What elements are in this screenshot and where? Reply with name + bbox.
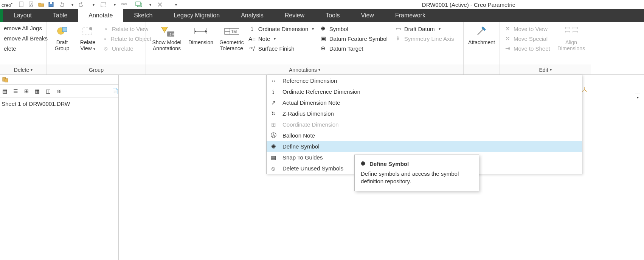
delete-button[interactable]: elete [4, 45, 16, 52]
svg-text:1M: 1M [231, 29, 237, 34]
edit-group-label[interactable]: Edit▾ [500, 65, 591, 74]
svg-rect-0 [19, 2, 23, 7]
new-a-icon[interactable]: A [28, 1, 35, 8]
move-to-sheet-icon: ⇥ [504, 45, 511, 52]
note-button[interactable]: A≡Note▾ [248, 35, 317, 42]
selection-dropdown-icon[interactable]: ▾ [111, 1, 118, 8]
quick-access-toolbar: creo• A ▾ ▾ ▾ ▾ ▾ [0, 1, 180, 8]
z-radius-icon: ↻ [270, 110, 277, 118]
tree-settings-icon[interactable]: 📄 [112, 88, 118, 94]
drawing-vertical-line [375, 193, 375, 260]
attachment-icon [474, 24, 489, 39]
redo-icon[interactable] [78, 1, 86, 8]
content-area: ▤ ☰ ⊞ ▦ ◫ ≋ 📄 Sheet 1 of DRW0001.DRW ↔Re… [0, 75, 644, 260]
drawing-canvas[interactable]: ↔Reference Dimension ⟟Ordinate Reference… [119, 75, 644, 260]
svg-point-12 [89, 27, 92, 30]
relate-view-button[interactable]: Relate View▾ [76, 23, 99, 52]
draft-group-button[interactable]: Draft Group [51, 23, 73, 52]
relate-view-icon [80, 24, 95, 39]
close-window-icon[interactable] [156, 1, 164, 8]
tab-layout[interactable]: Layout [3, 9, 42, 22]
tree-layers-icon[interactable]: ≋ [57, 88, 61, 94]
draft-datum-button[interactable]: ▭Draft Datum▾ [394, 25, 459, 32]
open-icon[interactable] [37, 1, 45, 8]
svg-rect-5 [101, 2, 106, 7]
tab-legacy-migration[interactable]: Legacy Migration [163, 9, 230, 22]
surface-finish-button[interactable]: ³²/Surface Finish [248, 45, 317, 52]
show-model-annotations-button[interactable]: .1M Show Model Annotations [150, 23, 184, 52]
symmetry-line-axis-button[interactable]: ⇞Symmetry Line Axis [394, 35, 459, 42]
windows-dropdown-icon[interactable]: ▾ [146, 1, 154, 8]
move-special-icon: ⤱ [504, 35, 511, 42]
windows-icon[interactable] [135, 1, 143, 8]
save-icon[interactable] [47, 1, 55, 8]
undo-icon[interactable] [57, 1, 65, 8]
tab-sketch[interactable]: Sketch [123, 9, 163, 22]
title-bar: creo• A ▾ ▾ ▾ ▾ ▾ DRW0001 (Active) - Cre… [0, 0, 644, 9]
model-tree-panel: ▤ ☰ ⊞ ▦ ◫ ≋ 📄 Sheet 1 of DRW0001.DRW [0, 75, 119, 260]
new-icon[interactable] [18, 1, 25, 8]
undo-dropdown-icon[interactable]: ▾ [68, 1, 76, 8]
tab-view[interactable]: View [351, 9, 385, 22]
symbol-button[interactable]: ✺Symbol [320, 25, 391, 32]
menu-define-symbol[interactable]: ✺Define Symbol [267, 141, 582, 152]
geometric-tolerance-button[interactable]: 1M Geometric Tolerance [218, 23, 245, 52]
tree-tabs-icon[interactable] [2, 77, 10, 82]
tab-analysis[interactable]: Analysis [230, 9, 274, 22]
ordinate-ref-dimension-icon: ⟟ [270, 88, 277, 96]
svg-rect-18 [5, 79, 8, 82]
move-to-sheet-button[interactable]: ⇥Move to Sheet [504, 45, 553, 52]
window-title: DRW0001 (Active) - Creo Parametric [293, 2, 644, 8]
unrelate-button[interactable]: ⦸Unrelate [102, 45, 151, 52]
menu-reference-dimension[interactable]: ↔Reference Dimension [267, 75, 582, 86]
menu-balloon-note[interactable]: ⒶBalloon Note [267, 130, 582, 141]
snap-to-guides-icon: ▦ [270, 154, 277, 161]
symmetry-line-icon: ⇞ [394, 35, 402, 42]
relate-to-view-button[interactable]: ▫Relate to View [102, 25, 151, 32]
move-special-button[interactable]: ⤱Move Special [504, 35, 553, 42]
tree-icon[interactable]: ▤ [2, 88, 7, 94]
tab-file[interactable] [0, 9, 3, 22]
datum-feature-symbol-button[interactable]: ▣Datum Feature Symbol [320, 35, 391, 42]
expand-handle[interactable]: ▸ [635, 93, 640, 101]
menu-ordinate-reference-dimension[interactable]: ⟟Ordinate Reference Dimension [267, 86, 582, 97]
annotations-group-label[interactable]: Annotations▾ [146, 65, 463, 74]
qat-customize-icon[interactable]: ▾ [172, 1, 180, 8]
show-model-annotations-icon: .1M [159, 24, 174, 39]
align-dimensions-button[interactable]: Align Dimensions [556, 23, 587, 52]
delete-group-label[interactable]: Delete▾ [0, 65, 47, 74]
tab-framework[interactable]: Framework [385, 9, 436, 22]
menu-actual-dimension-note[interactable]: ↗Actual Dimension Note [267, 97, 582, 108]
svg-rect-7 [125, 3, 126, 5]
redo-dropdown-icon[interactable]: ▾ [90, 1, 97, 8]
geometric-tolerance-icon: 1M [224, 24, 239, 39]
tab-tools[interactable]: Tools [315, 9, 350, 22]
sheet-entry[interactable]: Sheet 1 of DRW0001.DRW [0, 98, 118, 110]
app-logo: creo• [2, 1, 12, 8]
tooltip-description: Define symbols and access the symbol def… [361, 170, 473, 186]
move-to-view-icon: ⤧ [504, 25, 511, 32]
relate-to-object-button[interactable]: ▫Relate to Object [102, 35, 151, 42]
svg-rect-10 [62, 27, 67, 32]
tree-filter-icon[interactable]: ◫ [46, 88, 51, 94]
ordinate-dimension-icon: ⟟ [248, 25, 256, 32]
unrelate-icon: ⦸ [102, 45, 110, 52]
menu-z-radius-dimension[interactable]: ↻Z-Radius Dimension [267, 108, 582, 119]
tab-table[interactable]: Table [42, 9, 78, 22]
regen-icon[interactable] [121, 1, 128, 8]
tree-columns-icon[interactable]: ▦ [35, 88, 40, 94]
tab-annotate[interactable]: Annotate [78, 9, 123, 22]
dimension-button[interactable]: Dimension [187, 23, 215, 46]
tree-collapse-icon[interactable]: ⊞ [24, 88, 29, 94]
surface-finish-icon: ³²/ [248, 45, 256, 52]
move-to-view-button[interactable]: ⤧Move to View [504, 25, 553, 32]
tab-review[interactable]: Review [274, 9, 315, 22]
attachment-button[interactable]: Attachment [467, 23, 496, 46]
ordinate-dimension-button[interactable]: ⟟Ordinate Dimension▾ [248, 25, 317, 32]
datum-target-button[interactable]: ⊕Datum Target [320, 45, 391, 52]
selection-icon[interactable] [99, 1, 107, 8]
note-icon: A≡ [248, 35, 256, 42]
tree-expand-icon[interactable]: ☰ [13, 88, 18, 94]
remove-all-jogs-button[interactable]: emove All Jogs [4, 25, 42, 31]
remove-all-breaks-button[interactable]: emove All Breaks [4, 35, 48, 42]
